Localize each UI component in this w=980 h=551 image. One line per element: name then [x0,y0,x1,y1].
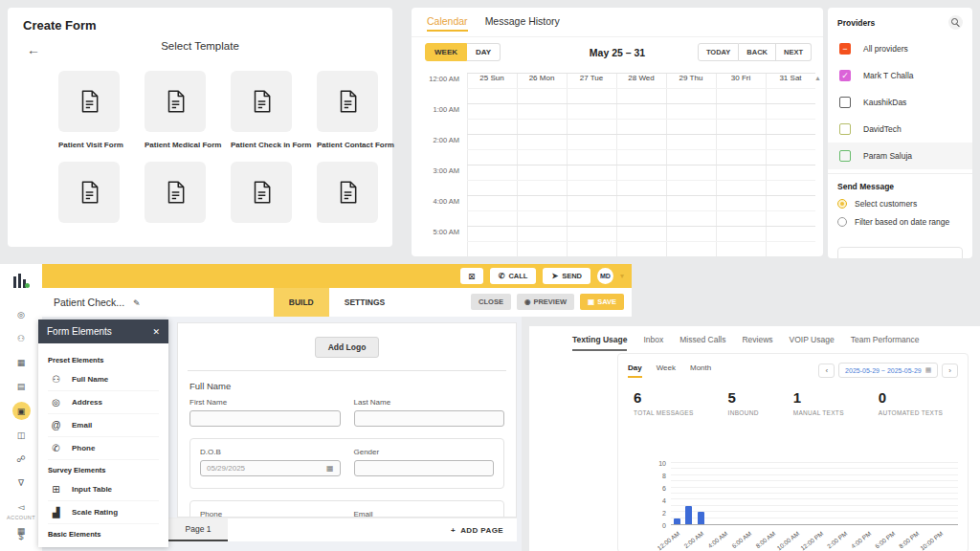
location-pin-icon[interactable]: ◎ [12,306,30,323]
page-1-tab[interactable]: Page 1 [168,518,228,541]
provider-item[interactable]: KaushikDas [828,89,972,116]
input-last-name[interactable] [354,410,505,427]
tab-message-history[interactable]: Message History [485,15,560,32]
tab-missed-calls[interactable]: Missed Calls [679,335,725,351]
half-hour-line [467,241,815,242]
input-first-name[interactable] [189,410,341,427]
provider-item[interactable]: −All providers [828,35,972,62]
add-page-button[interactable]: + ADD PAGE [451,526,517,535]
radio-selected[interactable] [837,199,847,209]
template-card-box[interactable] [317,162,378,223]
x-tick-label: 6:00 AM [730,530,752,549]
checkbox-checked[interactable]: ✓ [839,70,851,81]
checkbox-indeterminate[interactable]: − [839,43,851,55]
back-arrow-icon[interactable]: ← [27,42,40,57]
users-icon[interactable]: ⚇ [12,330,30,347]
tab-settings[interactable]: SETTINGS [329,288,401,317]
period-tab-day[interactable]: Day [628,364,642,378]
element-item-phone[interactable]: ✆Phone [48,437,159,460]
eye-icon: ◉ [524,298,531,306]
radio-unselected[interactable] [837,217,847,227]
chart-bar[interactable] [674,518,680,524]
radio-option[interactable]: Filter based on date range [837,217,963,227]
form-elements-header[interactable]: Form Elements ✕ [38,320,168,343]
call-button[interactable]: ✆ CALL [490,268,537,284]
input-gender[interactable] [354,460,495,476]
next-button[interactable]: NEXT [776,43,812,61]
checkbox-unchecked[interactable] [839,150,851,162]
close-button[interactable]: CLOSE [471,294,511,310]
provider-name: Mark T Challa [863,71,914,80]
element-item-full-name[interactable]: ⚇Full Name [48,368,159,391]
element-item-email[interactable]: @Email [48,414,159,437]
checkbox-unchecked[interactable] [839,97,851,108]
send-button[interactable]: ➤ SEND [543,268,590,284]
video-icon[interactable]: ◫ [12,427,30,444]
element-item-address[interactable]: ◎Address [48,391,159,414]
send-plane-icon: ➤ [551,272,558,280]
document-icon [335,89,360,114]
provider-item[interactable]: ✓Mark T Challa [828,62,972,89]
scroll-up-icon[interactable]: ▲ [814,75,821,81]
stat-total-messages: 6TOTAL MESSAGES [634,389,694,416]
provider-item[interactable]: Param Saluja [828,143,972,169]
chart-bar[interactable] [685,506,692,524]
announce-icon[interactable]: ◅ [12,498,30,516]
period-tab-week[interactable]: Week [657,364,676,378]
tab-build[interactable]: BUILD [274,288,329,317]
tab-team-performance[interactable]: Team Performance [851,335,920,351]
template-card-box[interactable] [317,71,378,132]
user-avatar[interactable]: MD [597,268,613,284]
template-card-box[interactable] [231,162,292,223]
billing-icon[interactable]: $ [0,532,42,541]
template-card-box[interactable] [58,162,120,223]
close-icon[interactable]: ✕ [152,327,160,337]
radio-label: Select customers [855,199,917,209]
stat-label: AUTOMATED TEXTS [879,409,943,416]
search-icon[interactable] [948,15,963,30]
today-button[interactable]: TODAY [698,43,739,61]
element-item-heading[interactable]: ▬Heading [48,542,159,547]
notes-icon[interactable]: ▤ [12,378,30,395]
stat-value: 5 [728,389,759,406]
chevron-down-icon[interactable]: ▾ [620,272,624,280]
app-logo-icon[interactable] [12,271,30,288]
calendar-panel: Calendar Message History WEEK DAY May 25… [412,8,823,256]
tab-reviews[interactable]: Reviews [742,335,772,351]
save-button[interactable]: ▣ SAVE [580,294,624,310]
next-day-button[interactable]: › [942,364,958,378]
phone-email-section[interactable]: PhoneEmail [189,500,504,518]
filter-icon[interactable]: ∇ [12,474,30,492]
template-card-box[interactable] [145,162,206,223]
period-tab-month[interactable]: Month [690,364,711,378]
calendar-icon[interactable]: ▦ [326,464,334,473]
provider-item[interactable]: DavidTech [828,116,972,143]
element-item-input-table[interactable]: ⊞Input Table [48,478,159,501]
bookmark-off-icon[interactable]: ⊠ [460,268,483,284]
tab-calendar[interactable]: Calendar [427,15,468,32]
add-logo-button[interactable]: Add Logo [315,337,380,358]
calendar-icon[interactable]: ▦ [12,354,30,371]
tab-inbox[interactable]: Inbox [643,335,663,351]
radio-option[interactable]: Select customers [837,199,963,209]
share-icon[interactable]: ☍ [12,451,30,468]
tab-texting-usage[interactable]: Texting Usage [572,335,627,351]
back-button[interactable]: BACK [739,43,776,61]
forms-icon[interactable]: ▣ [12,402,31,420]
prev-day-button[interactable]: ‹ [818,364,835,378]
preview-button[interactable]: ◉ PREVIEW [517,294,574,310]
calendar-time-label: 12:00 AM [412,75,459,83]
element-item-scale-rating[interactable]: ▟Scale Rating [48,501,159,524]
template-card-box[interactable] [231,71,292,132]
appointments-input[interactable]: Select appointments from the calendar [837,247,963,258]
template-card-box[interactable] [145,71,206,132]
input-d-o-b[interactable]: 05/29/2025▦ [200,460,341,476]
tab-voip-usage[interactable]: VOIP Usage [790,335,835,351]
calendar-time-label: 1:00 AM [412,105,459,114]
template-card-box[interactable] [58,71,120,132]
date-range-picker[interactable]: 2025-05-29 ~ 2025-05-29 ▦ [838,363,938,378]
dob-gender-section[interactable]: D.O.B05/29/2025▦Gender [189,438,504,489]
chart-bar[interactable] [698,512,704,524]
tools-icon[interactable]: ⚒ [12,546,30,551]
checkbox-unchecked[interactable] [839,123,851,135]
